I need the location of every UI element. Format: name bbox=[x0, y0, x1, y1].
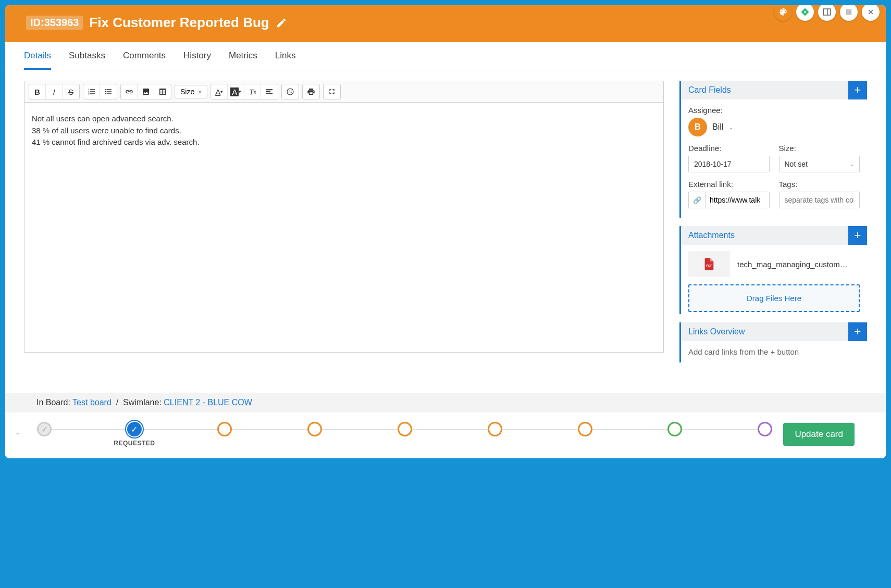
close-icon bbox=[867, 8, 875, 16]
collapse-workflow-button[interactable]: ⌃ bbox=[15, 431, 21, 440]
tab-metrics[interactable]: Metrics bbox=[229, 42, 257, 70]
unordered-list-icon bbox=[104, 87, 113, 96]
size-select[interactable]: Not set ⌄ bbox=[779, 156, 860, 172]
add-field-button[interactable]: + bbox=[848, 81, 867, 99]
tab-subtasks[interactable]: Subtasks bbox=[69, 42, 105, 70]
table-icon bbox=[158, 87, 167, 96]
image-icon bbox=[142, 87, 150, 96]
window-top-buttons bbox=[774, 5, 880, 21]
fullscreen-icon bbox=[328, 87, 336, 96]
card-id-badge: ID:353963 bbox=[26, 16, 83, 30]
svg-rect-0 bbox=[823, 9, 831, 15]
add-attachment-button[interactable]: + bbox=[848, 226, 867, 245]
link-icon bbox=[125, 87, 133, 96]
workflow-step-4[interactable] bbox=[307, 422, 323, 447]
workflow-step-requested[interactable]: ✓ REQUESTED bbox=[127, 422, 142, 447]
card-title: Fix Customer Reported Bug bbox=[89, 15, 269, 31]
attachments-panel: Attachments + PDF tech_mag_managing_cust… bbox=[679, 226, 867, 314]
smiley-icon bbox=[286, 87, 294, 96]
attachments-title: Attachments bbox=[688, 231, 735, 240]
external-link-input[interactable]: 🔗 bbox=[688, 192, 770, 208]
diamond-button[interactable] bbox=[796, 5, 814, 21]
tab-comments[interactable]: Comments bbox=[123, 42, 166, 70]
tab-history[interactable]: History bbox=[183, 42, 211, 70]
editor-toolbar: B I S Size ▾ A▾ bbox=[24, 81, 664, 103]
deadline-input[interactable]: 2018-10-17 bbox=[688, 156, 770, 172]
tags-input[interactable] bbox=[779, 192, 860, 208]
svg-point-3 bbox=[289, 91, 290, 92]
board-link[interactable]: Test board bbox=[72, 398, 112, 407]
fullscreen-button[interactable] bbox=[324, 84, 340, 99]
palette-icon bbox=[778, 7, 788, 17]
deadline-label: Deadline: bbox=[688, 144, 770, 153]
menu-button[interactable] bbox=[840, 5, 858, 21]
link-button[interactable] bbox=[121, 84, 138, 99]
source-icon bbox=[265, 87, 274, 96]
workflow-step-9[interactable] bbox=[757, 422, 773, 447]
svg-text:PDF: PDF bbox=[706, 264, 712, 267]
tags-label: Tags: bbox=[779, 180, 860, 189]
add-link-button[interactable]: + bbox=[848, 322, 867, 341]
image-button[interactable] bbox=[138, 84, 154, 99]
card-fields-title: Card Fields bbox=[688, 85, 731, 95]
svg-point-2 bbox=[287, 89, 293, 95]
links-hint: Add card links from the + button bbox=[681, 341, 867, 362]
strikethrough-button[interactable]: S bbox=[63, 84, 79, 99]
print-icon bbox=[307, 87, 315, 96]
layout-icon bbox=[822, 7, 832, 17]
card-header: ID:353963 Fix Customer Reported Bug bbox=[5, 5, 886, 42]
workflow-step-7[interactable] bbox=[577, 422, 593, 447]
links-overview-panel: Links Overview + Add card links from the… bbox=[679, 322, 867, 362]
text-color-button[interactable]: A▾ bbox=[211, 84, 228, 99]
source-button[interactable] bbox=[261, 84, 278, 99]
swimlane-link[interactable]: CLIENT 2 - BLUE COW bbox=[164, 398, 252, 407]
editor-body[interactable]: Not all users can open advanced search. … bbox=[24, 103, 664, 353]
workflow-step-8[interactable] bbox=[667, 422, 683, 447]
tab-links[interactable]: Links bbox=[275, 42, 296, 70]
tabs-bar: Details Subtasks Comments History Metric… bbox=[5, 42, 886, 70]
card-fields-panel: Card Fields + Assignee: B Bill ⌄ Deadlin… bbox=[679, 81, 867, 218]
breadcrumb: In Board: Test board / Swimlane: CLIENT … bbox=[5, 393, 886, 412]
pencil-icon bbox=[276, 17, 287, 29]
hamburger-icon bbox=[844, 7, 853, 17]
clear-format-button[interactable]: Tx bbox=[244, 84, 261, 99]
bold-button[interactable]: B bbox=[29, 84, 46, 99]
italic-button[interactable]: I bbox=[46, 84, 63, 99]
svg-point-4 bbox=[291, 91, 292, 92]
workflow-step-6[interactable] bbox=[487, 422, 503, 447]
layout-button[interactable] bbox=[818, 5, 836, 21]
pdf-icon: PDF bbox=[688, 251, 730, 277]
diamond-icon bbox=[800, 7, 810, 17]
emoji-button[interactable] bbox=[282, 84, 299, 99]
update-card-button[interactable]: Update card bbox=[783, 423, 855, 446]
attachment-name: tech_mag_managing_custom… bbox=[737, 260, 860, 269]
link-icon: 🔗 bbox=[689, 192, 706, 208]
close-button[interactable] bbox=[862, 5, 880, 21]
external-link-label: External link: bbox=[688, 180, 770, 189]
avatar: B bbox=[688, 118, 707, 136]
chevron-down-icon: ⌄ bbox=[728, 124, 733, 131]
bg-color-button[interactable]: A▾ bbox=[228, 84, 244, 99]
table-button[interactable] bbox=[154, 84, 171, 99]
font-size-dropdown[interactable]: Size ▾ bbox=[175, 85, 207, 98]
print-button[interactable] bbox=[303, 84, 319, 99]
links-overview-title: Links Overview bbox=[688, 327, 745, 336]
chevron-down-icon: ▾ bbox=[199, 89, 202, 95]
assignee-label: Assignee: bbox=[688, 106, 860, 115]
workflow-bar: ⌃ ✓ ✓ REQUESTED Upda bbox=[5, 412, 886, 458]
workflow-step-done[interactable]: ✓ bbox=[36, 422, 52, 447]
workflow-step-5[interactable] bbox=[397, 422, 413, 447]
size-label: Size: bbox=[779, 144, 860, 153]
workflow-step-3[interactable] bbox=[217, 422, 232, 447]
attachment-item[interactable]: PDF tech_mag_managing_custom… bbox=[688, 251, 860, 277]
assignee-name: Bill bbox=[712, 122, 723, 132]
edit-title-button[interactable] bbox=[276, 17, 287, 29]
unordered-list-button[interactable] bbox=[100, 84, 117, 99]
ordered-list-icon bbox=[88, 87, 96, 96]
tab-details[interactable]: Details bbox=[24, 42, 51, 70]
dropzone[interactable]: Drag Files Here bbox=[688, 284, 860, 312]
chevron-down-icon: ⌄ bbox=[849, 161, 854, 168]
assignee-selector[interactable]: B Bill ⌄ bbox=[688, 118, 860, 136]
palette-button[interactable] bbox=[774, 5, 792, 21]
ordered-list-button[interactable] bbox=[83, 84, 100, 99]
